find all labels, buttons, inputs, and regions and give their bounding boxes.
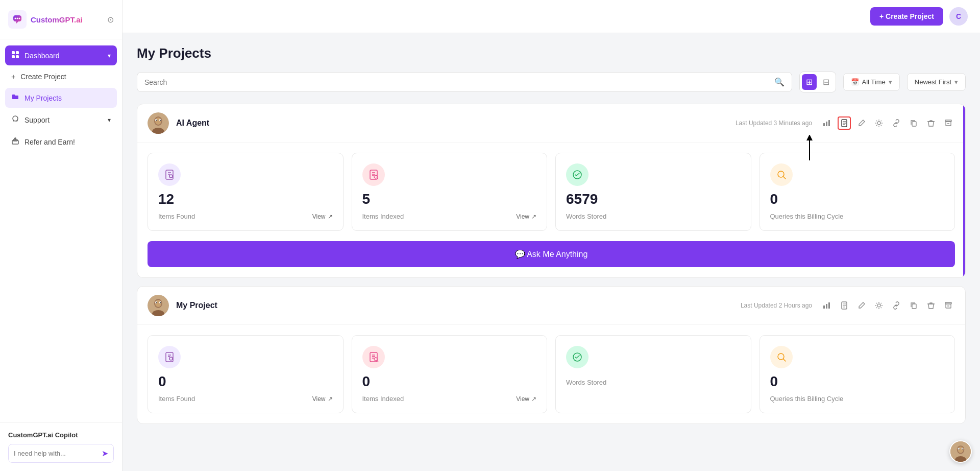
stat-footer-items-indexed: Items Indexed View ↗ — [362, 213, 537, 220]
list-view-button[interactable]: ⊟ — [819, 74, 834, 90]
sort-filter[interactable]: Newest First ▾ — [907, 73, 966, 91]
svg-rect-27 — [912, 122, 916, 126]
stat-footer-words-stored-2: Words Stored — [566, 379, 741, 386]
svg-point-61 — [169, 357, 173, 360]
logo-text: CustomGPT.ai — [31, 15, 83, 24]
svg-point-63 — [374, 358, 377, 361]
document-icon-highlighted[interactable] — [838, 116, 851, 130]
analytics-icon[interactable] — [820, 116, 834, 130]
arrow-annotation — [804, 135, 815, 165]
last-updated-my-project: Last Updated 2 Hours ago — [741, 302, 812, 309]
svg-point-41 — [155, 300, 161, 307]
last-updated-ai-agent: Last Updated 3 Minutes ago — [736, 120, 812, 127]
project-name-my-project: My Project — [176, 301, 217, 310]
settings-icon-2[interactable] — [872, 299, 886, 312]
stat-footer-queries-2: Queries this Billing Cycle — [770, 395, 945, 403]
svg-point-54 — [877, 304, 880, 307]
words-stored-2-label: Words Stored — [566, 379, 606, 386]
svg-rect-55 — [912, 304, 916, 309]
items-indexed-number: 5 — [362, 191, 537, 207]
create-project-button[interactable]: + Create Project — [870, 7, 943, 26]
items-found-number: 12 — [158, 191, 333, 207]
sidebar-nav: Dashboard ▾ + Create Project My Projects… — [0, 39, 122, 158]
external-link-icon: ↗ — [328, 213, 333, 220]
sidebar-item-support[interactable]: Support ▾ — [5, 110, 117, 130]
project-actions-my-project — [820, 299, 955, 312]
archive-icon[interactable] — [942, 116, 955, 130]
project-card-header-my-project: My Project Last Updated 2 Hours ago — [137, 287, 965, 325]
sidebar-logo: CustomGPT.ai ⊙ — [0, 0, 122, 39]
document-icon-2[interactable] — [838, 299, 851, 312]
page-body: My Projects 🔍 ⊞ ⊟ 📅 All Time ▾ Newest Fi… — [122, 33, 980, 444]
trash-icon[interactable] — [924, 116, 938, 130]
svg-point-46 — [160, 302, 161, 303]
items-indexed-2-view-link[interactable]: View ↗ — [516, 395, 536, 403]
svg-point-3 — [19, 18, 20, 19]
project-card-ai-agent: AI Agent Last Updated 3 Minutes ago — [137, 104, 966, 278]
calendar-icon: 📅 — [851, 78, 859, 86]
trash-icon-2[interactable] — [924, 299, 938, 312]
analytics-icon-2[interactable] — [820, 299, 834, 312]
words-stored-2-icon-wrap — [566, 346, 589, 368]
svg-point-71 — [959, 449, 960, 450]
items-indexed-2-number: 0 — [362, 373, 537, 390]
grid-view-button[interactable]: ⊞ — [802, 74, 817, 90]
edit-icon[interactable] — [855, 116, 868, 130]
page-title: My Projects — [137, 45, 966, 61]
project-actions-ai-agent — [820, 116, 955, 130]
archive-icon-2[interactable] — [942, 299, 955, 312]
clock-icon[interactable]: ⊙ — [107, 15, 114, 25]
svg-point-18 — [160, 120, 161, 121]
svg-point-37 — [374, 175, 377, 178]
edit-icon-2[interactable] — [855, 299, 868, 312]
items-indexed-label: Items Indexed — [362, 213, 404, 220]
svg-rect-6 — [12, 55, 15, 58]
items-found-2-icon-wrap — [158, 346, 181, 368]
queries-2-label: Queries this Billing Cycle — [770, 395, 844, 403]
svg-rect-48 — [826, 304, 827, 309]
items-found-2-view-link[interactable]: View ↗ — [312, 395, 333, 403]
items-found-view-link[interactable]: View ↗ — [312, 213, 333, 220]
send-icon[interactable]: ➤ — [102, 449, 108, 458]
svg-point-17 — [156, 120, 157, 121]
items-indexed-2-icon-wrap — [362, 346, 385, 368]
words-stored-label: Words Stored — [566, 213, 606, 220]
link-icon-2[interactable] — [890, 299, 903, 312]
svg-rect-5 — [16, 51, 19, 54]
sidebar-item-dashboard[interactable]: Dashboard ▾ — [5, 45, 117, 65]
copy-icon[interactable] — [907, 116, 920, 130]
stats-row-ai-agent: 12 Items Found View ↗ 5 — [137, 143, 965, 241]
stat-words-stored-2: Words Stored — [555, 335, 751, 413]
bottom-user-avatar[interactable] — [949, 440, 972, 463]
stat-footer-items-found: Items Found View ↗ — [158, 213, 333, 220]
svg-point-13 — [155, 117, 161, 125]
items-indexed-view-link[interactable]: View ↗ — [516, 213, 536, 220]
external-link-icon-4: ↗ — [531, 395, 536, 403]
project-name-ai-agent: AI Agent — [176, 119, 209, 128]
sort-label: Newest First — [915, 78, 951, 86]
settings-icon[interactable] — [872, 116, 886, 130]
svg-point-26 — [877, 122, 880, 125]
ask-anything-button[interactable]: 💬 Ask Me Anything — [148, 241, 955, 267]
queries-2-number: 0 — [770, 373, 945, 390]
link-icon[interactable] — [890, 116, 903, 130]
copy-icon-2[interactable] — [907, 299, 920, 312]
plus-icon: + — [11, 73, 15, 81]
sidebar-item-my-projects[interactable]: My Projects — [5, 88, 117, 108]
all-time-filter[interactable]: 📅 All Time ▾ — [843, 73, 900, 91]
external-link-icon-3: ↗ — [328, 395, 333, 403]
search-icon: 🔍 — [774, 77, 785, 87]
copilot-input[interactable] — [14, 450, 102, 457]
user-avatar[interactable]: C — [949, 7, 968, 26]
topbar: + Create Project C — [122, 0, 980, 33]
sidebar-item-create-project[interactable]: + Create Project — [5, 67, 117, 86]
sidebar-item-refer[interactable]: Refer and Earn! — [5, 132, 117, 152]
copilot-section: CustomGPT.ai Copilot ➤ — [0, 422, 122, 471]
search-input[interactable] — [144, 78, 774, 86]
items-indexed-2-label: Items Indexed — [362, 395, 404, 403]
project-avatar-ai-agent — [148, 112, 169, 134]
svg-point-67 — [958, 446, 964, 453]
projects-toolbar: 🔍 ⊞ ⊟ 📅 All Time ▾ Newest First ▾ — [137, 72, 966, 92]
project-meta-ai-agent: Last Updated 3 Minutes ago — [736, 116, 955, 130]
logo-icon — [8, 10, 27, 29]
